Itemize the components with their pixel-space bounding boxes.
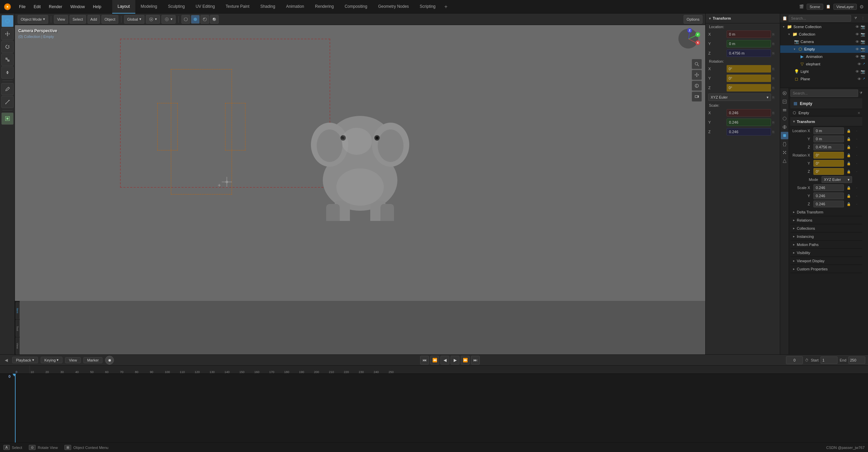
timeline-content[interactable]: 0 (0, 374, 868, 443)
rotation-x-input[interactable]: 0° (727, 65, 771, 73)
tab-shading[interactable]: Shading (255, 0, 281, 14)
prop-scale-y-input[interactable]: 0.246 (813, 192, 844, 199)
prop-rot-z-lock-icon[interactable]: 🔒 (845, 168, 852, 175)
outliner-light[interactable]: 💡 Light 👁 📷 (780, 68, 868, 75)
rotation-z-input[interactable]: 0° (727, 84, 771, 91)
add-tab-button[interactable]: + (441, 0, 451, 14)
loc-z-copy-icon[interactable]: ⎘ (772, 52, 777, 55)
viewport-orbit-tool[interactable] (692, 81, 702, 91)
properties-search-input[interactable] (790, 89, 858, 97)
prop-scale-z-input[interactable]: 0.246 (813, 201, 844, 207)
add-menu-button[interactable]: Add (87, 15, 100, 24)
collection-render-icon[interactable]: 📷 (861, 32, 865, 37)
tab-rendering[interactable]: Rendering (310, 0, 339, 14)
collection-eye-icon[interactable]: 👁 (855, 32, 859, 37)
view-menu-button-timeline[interactable]: View (65, 357, 81, 363)
object-properties-icon[interactable] (781, 132, 788, 139)
scale-tool-button[interactable] (1, 54, 14, 66)
delta-transform-section[interactable]: ▸ Delta Transform (790, 208, 862, 216)
anim-render-icon[interactable]: 📷 (861, 55, 865, 59)
proportional-edit-button[interactable]: ▾ (161, 15, 176, 24)
prop-rot-x-lock-icon[interactable]: 🔒 (845, 152, 852, 159)
outliner-plane[interactable]: ◻ Plane 👁 ↗ (780, 75, 868, 83)
prop-mode-dropdown[interactable]: XYZ Euler ▾ (822, 176, 852, 183)
scale-x-copy-icon[interactable]: ⎘ (772, 111, 777, 115)
loc-y-copy-icon[interactable]: ⎘ (772, 42, 777, 46)
playback-menu-button[interactable]: Playback ▾ (12, 357, 38, 363)
view-menu-button[interactable]: View (54, 15, 68, 24)
rotation-mode-dropdown[interactable]: XYZ Euler ▾ (708, 94, 771, 101)
rotate-tool-button[interactable] (1, 41, 14, 53)
outliner-animation[interactable]: ▶ Animation 👁 📷 (780, 53, 868, 60)
object-mode-button[interactable]: Object Mode ▾ (18, 15, 48, 24)
rot-z-copy-icon[interactable]: ⎘ (772, 86, 777, 90)
end-frame-input[interactable]: 250 (848, 356, 865, 364)
output-properties-icon[interactable] (781, 98, 788, 105)
camera-render-icon[interactable]: 📷 (861, 40, 865, 44)
visibility-section[interactable]: ▸ Visibility (790, 249, 862, 257)
prop-rot-x-anim-icon[interactable]: · (853, 152, 860, 159)
empty-render-icon[interactable]: 📷 (861, 47, 865, 52)
options-toggle-button[interactable]: Options (684, 15, 703, 24)
rendered-mode-button[interactable] (210, 15, 219, 24)
prop-loc-y-anim-icon[interactable]: · (853, 136, 860, 142)
jump-to-start-button[interactable]: ⏮ (420, 356, 429, 365)
menu-file[interactable]: File (15, 0, 29, 14)
location-x-input[interactable]: 0 m (727, 30, 771, 38)
motion-paths-section[interactable]: ▸ Motion Paths (790, 241, 862, 249)
elephant-eye-icon[interactable]: 👁 (857, 62, 861, 66)
measure-tool-button[interactable] (1, 96, 14, 108)
tab-modeling[interactable]: Modeling (135, 0, 163, 14)
play-reverse-button[interactable]: ◀ (440, 356, 449, 365)
tab-texture-paint[interactable]: Texture Paint (220, 0, 255, 14)
menu-render[interactable]: Render (45, 0, 66, 14)
prop-loc-y-lock-icon[interactable]: 🔒 (845, 136, 852, 142)
prop-loc-x-input[interactable]: 0 m (813, 127, 844, 134)
wireframe-mode-button[interactable] (181, 15, 190, 24)
step-forward-button[interactable]: ⏩ (461, 356, 470, 365)
scene-selector[interactable]: Scene (807, 4, 823, 10)
scale-x-input[interactable]: 0.246 (727, 109, 771, 117)
instancing-section[interactable]: ▸ Instancing (790, 232, 862, 241)
tab-geometry-nodes[interactable]: Geometry Nodes (373, 0, 414, 14)
physics-properties-icon[interactable] (781, 157, 788, 165)
transform-pivot-button[interactable]: Global ▾ (124, 15, 144, 24)
outliner-camera[interactable]: 📷 Camera 👁 📷 (780, 38, 868, 45)
prop-loc-z-anim-icon[interactable]: · (853, 144, 860, 150)
rot-y-copy-icon[interactable]: ⎘ (772, 77, 777, 80)
tab-scripting[interactable]: Scripting (414, 0, 441, 14)
prop-scale-y-anim-icon[interactable]: · (853, 192, 860, 199)
scale-y-copy-icon[interactable]: ⎘ (772, 121, 777, 124)
step-back-button[interactable]: ⏪ (430, 356, 439, 365)
location-y-input[interactable]: 0 m (727, 40, 771, 47)
prop-loc-z-lock-icon[interactable]: 🔒 (845, 144, 852, 150)
material-mode-button[interactable] (200, 15, 209, 24)
custom-properties-section[interactable]: ▸ Custom Properties (790, 265, 862, 273)
viewport-display-section[interactable]: ▸ Viewport Display (790, 257, 862, 265)
cursor-tool-button[interactable] (1, 15, 14, 27)
start-frame-input[interactable]: 1 (821, 356, 837, 364)
view-tab[interactable]: View (16, 337, 20, 354)
tab-sculpting[interactable]: Sculpting (163, 0, 190, 14)
light-render-icon[interactable]: 📷 (861, 69, 865, 74)
prop-loc-x-anim-icon[interactable]: · (853, 127, 860, 134)
prop-rot-z-input[interactable]: 0° (813, 168, 844, 175)
tool-tab[interactable]: Tool (16, 320, 20, 337)
viewport-camera-tool[interactable] (692, 91, 702, 102)
viewport-area[interactable]: Camera Perspective (0) Collection | Empt… (15, 25, 705, 301)
modifier-properties-icon[interactable] (781, 140, 788, 148)
transform-collapse-arrow[interactable]: ▾ (709, 17, 711, 20)
prop-scale-z-lock-icon[interactable]: 🔒 (845, 201, 852, 207)
prop-rot-x-input[interactable]: 0° (813, 152, 844, 159)
move-tool-button[interactable] (1, 28, 14, 40)
rot-x-copy-icon[interactable]: ⎘ (772, 67, 777, 71)
prop-scale-x-lock-icon[interactable]: 🔒 (845, 184, 852, 191)
outliner-view-options-button[interactable]: ⋮ (860, 15, 866, 21)
scene-properties-icon[interactable] (781, 115, 788, 122)
scale-y-input[interactable]: 0.246 (727, 119, 771, 126)
tab-uv-editing[interactable]: UV Editing (190, 0, 220, 14)
view-layer-properties-icon[interactable] (781, 106, 788, 114)
snap-button[interactable]: ▾ (146, 15, 160, 24)
outliner-search-input[interactable] (789, 15, 851, 22)
jump-to-end-button[interactable]: ⏭ (471, 356, 480, 365)
